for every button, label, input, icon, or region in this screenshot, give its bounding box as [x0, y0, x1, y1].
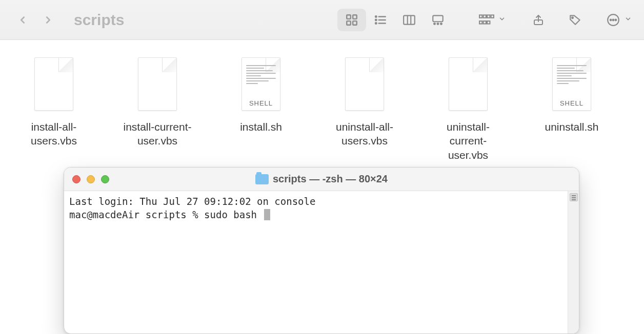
file-item[interactable]: install-current-user.vbs: [119, 54, 196, 148]
tags-button[interactable]: [561, 9, 590, 31]
svg-point-28: [613, 19, 614, 20]
svg-rect-20: [491, 15, 494, 17]
terminal-window: scripts — -zsh — 80×24 Last login: Thu J…: [64, 167, 579, 334]
file-item[interactable]: SHELL uninstall.sh: [533, 54, 610, 134]
close-window-button[interactable]: [72, 175, 80, 183]
svg-point-16: [440, 23, 442, 25]
chevron-down-icon: [498, 15, 506, 25]
window-controls: [72, 175, 109, 183]
svg-point-14: [434, 23, 435, 25]
file-icon: [339, 54, 390, 114]
back-button[interactable]: [12, 9, 33, 31]
file-grid: install-all-users.vbs install-current-us…: [0, 40, 644, 176]
file-badge: SHELL: [553, 99, 591, 107]
gallery-view-button[interactable]: [424, 9, 452, 31]
file-icon: [28, 54, 79, 114]
file-item[interactable]: SHELL install.sh: [223, 54, 299, 134]
group-by-icon: [476, 9, 497, 31]
terminal-line: mac@macdeAir scripts % sudo bash: [69, 209, 263, 220]
file-label: install-current-user.vbs: [119, 120, 196, 148]
file-item[interactable]: uninstall-current-user.vbs: [430, 54, 507, 162]
svg-rect-3: [353, 21, 357, 25]
file-icon: SHELL: [546, 54, 597, 114]
share-button[interactable]: [524, 9, 553, 31]
file-label: install-all-users.vbs: [15, 120, 92, 148]
svg-rect-17: [479, 15, 482, 17]
svg-point-8: [375, 23, 377, 24]
folder-icon: [255, 174, 269, 184]
file-icon: [442, 54, 494, 114]
file-icon: [132, 54, 183, 114]
svg-rect-10: [404, 15, 415, 24]
terminal-title-text: scripts — -zsh — 80×24: [273, 173, 388, 185]
svg-rect-19: [487, 15, 490, 17]
nav-arrows: [12, 9, 58, 31]
svg-point-15: [437, 23, 439, 25]
terminal-body: Last login: Thu Jul 27 09:12:02 on conso…: [64, 191, 579, 333]
file-item[interactable]: install-all-users.vbs: [15, 54, 92, 148]
terminal-line: Last login: Thu Jul 27 09:12:02 on conso…: [69, 196, 315, 207]
file-icon: SHELL: [235, 54, 287, 114]
svg-rect-1: [353, 15, 357, 19]
svg-point-4: [375, 16, 377, 17]
scroll-menu-icon[interactable]: [570, 193, 578, 201]
terminal-cursor: [264, 209, 270, 220]
svg-rect-22: [484, 21, 486, 24]
terminal-scrollbar[interactable]: [568, 191, 579, 333]
file-label: uninstall-all-users.vbs: [326, 120, 403, 148]
svg-point-29: [615, 19, 617, 20]
file-badge: SHELL: [242, 99, 280, 107]
svg-rect-13: [433, 15, 443, 22]
finder-toolbar: scripts: [0, 0, 644, 40]
view-mode-buttons: [337, 9, 452, 31]
terminal-title: scripts — -zsh — 80×24: [64, 173, 579, 185]
svg-rect-23: [487, 21, 490, 24]
more-icon: [603, 9, 623, 31]
file-item[interactable]: uninstall-all-users.vbs: [326, 54, 403, 148]
svg-point-25: [572, 17, 573, 18]
icon-view-button[interactable]: [337, 9, 366, 31]
chevron-down-icon: [625, 15, 632, 25]
file-label: uninstall-current-user.vbs: [430, 120, 507, 162]
terminal-titlebar[interactable]: scripts — -zsh — 80×24: [64, 168, 579, 191]
column-view-button[interactable]: [395, 9, 424, 31]
minimize-window-button[interactable]: [87, 175, 95, 183]
svg-rect-18: [484, 15, 486, 17]
svg-rect-2: [347, 21, 351, 25]
group-by-control[interactable]: [476, 9, 506, 31]
svg-rect-21: [479, 21, 482, 24]
svg-rect-0: [347, 15, 351, 19]
file-label: uninstall.sh: [545, 120, 598, 134]
file-label: install.sh: [240, 120, 282, 134]
forward-button[interactable]: [38, 9, 58, 31]
actions-menu-button[interactable]: [603, 9, 632, 31]
list-view-button[interactable]: [366, 9, 395, 31]
svg-point-27: [610, 19, 612, 20]
zoom-window-button[interactable]: [101, 175, 109, 183]
folder-title: scripts: [74, 11, 124, 29]
svg-point-6: [375, 19, 377, 20]
terminal-content[interactable]: Last login: Thu Jul 27 09:12:02 on conso…: [64, 191, 568, 333]
